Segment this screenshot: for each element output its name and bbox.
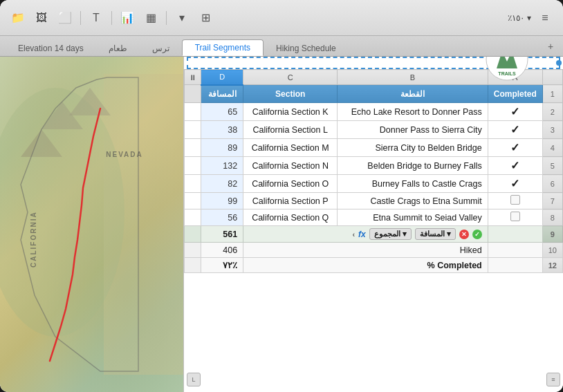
row-2-check[interactable]: ✓ [488, 103, 542, 121]
row-7-check[interactable] [488, 193, 542, 209]
toolbar-dropdown-icon[interactable]: ▾ [172, 8, 192, 28]
formula-text: المسافة [420, 230, 445, 239]
toolbar-add-icon[interactable]: ⊞ [196, 8, 215, 28]
row-8-distance[interactable]: 56 [201, 209, 243, 226]
toolbar-image-icon[interactable]: 🖼 [32, 8, 51, 28]
pct-pause-cell [185, 258, 201, 273]
selection-handle [556, 60, 562, 66]
formula-sum-field[interactable]: ▾ المجموع [369, 228, 412, 240]
table-row[interactable]: 65 California Section K Echo Lake Resort… [185, 103, 563, 121]
row-7-section[interactable]: California Section P [243, 193, 338, 209]
total-pause-cell [185, 226, 201, 243]
row-7-segment[interactable]: Castle Crags to Etna Summit [338, 193, 488, 209]
checkmark-4: ✓ [510, 142, 519, 153]
row-6-distance[interactable]: 82 [201, 175, 243, 193]
row-3-check[interactable]: ✓ [488, 121, 542, 139]
row-3-section[interactable]: California Section L [243, 121, 338, 139]
toolbar-chart-icon[interactable]: 📊 [118, 8, 137, 28]
table-row[interactable]: 56 California Section Q Etna Summit to S… [185, 209, 563, 226]
table-header-row: المسافة Section القطعة Completed 1 [185, 85, 563, 103]
tab-gear[interactable]: ترس [140, 41, 182, 56]
col-header-d[interactable]: D [201, 70, 243, 85]
row-3-num: 3 [542, 121, 562, 139]
row-5-num: 5 [542, 157, 562, 175]
pause-button[interactable]: ⏸ [185, 70, 201, 85]
row-5-segment[interactable]: Belden Bridge to Burney Falls [338, 157, 488, 175]
row-6-check[interactable]: ✓ [488, 175, 542, 193]
row-3-pause [185, 121, 201, 139]
row-8-check[interactable] [488, 209, 542, 226]
row-4-section[interactable]: California Section M [243, 139, 338, 157]
svg-text:CALIFORNIA: CALIFORNIA [30, 211, 37, 268]
pct-value: ٪٧٢ [201, 258, 243, 273]
freeze-left-handle[interactable]: L [187, 373, 201, 386]
row-8-num: 8 [542, 209, 562, 226]
row-3-distance[interactable]: 38 [201, 121, 243, 139]
formula-fx: fx [358, 230, 366, 239]
toolbar-folder-icon[interactable]: 📁 [8, 8, 28, 28]
empty-checkbox-7 [510, 195, 520, 205]
row-4-num: 4 [542, 139, 562, 157]
spreadsheet-area: TRAILS ⏸ D C B A [183, 57, 563, 392]
table-row[interactable]: 38 California Section L Donner Pass to S… [185, 121, 563, 139]
formula-arrow-icon: › [352, 230, 355, 239]
formula-accept-btn[interactable]: ✓ [472, 230, 482, 239]
checkmark-3: ✓ [510, 124, 519, 136]
row-5-distance[interactable]: 132 [201, 157, 243, 175]
tab-elevation[interactable]: Elevation 14 days [6, 41, 96, 56]
zoom-control[interactable]: ٪١٥٠ ▾ [508, 13, 531, 23]
toolbar-table-icon[interactable]: ▦ [141, 8, 160, 28]
pct-empty [488, 258, 542, 273]
sheet-table: ⏸ D C B A المسافة Section القطعة [184, 69, 563, 392]
row-4-segment[interactable]: Sierra City to Belden Bridge [338, 139, 488, 157]
scroll-right-handle[interactable]: ≡ [546, 373, 560, 386]
row-3-segment[interactable]: Donner Pass to Sierra City [338, 121, 488, 139]
checkmark-2: ✓ [510, 106, 519, 118]
table-row[interactable]: 82 California Section O Burney Falls to … [185, 175, 563, 193]
row-4-distance[interactable]: 89 [201, 139, 243, 157]
row-7-distance[interactable]: 99 [201, 193, 243, 209]
row-5-section[interactable]: California Section N [243, 157, 338, 175]
tab-food[interactable]: طعام [96, 41, 140, 56]
row-7-pause [185, 193, 201, 209]
formula-field[interactable]: ▾ المسافة [415, 228, 456, 240]
svg-text:TRAILS: TRAILS [498, 71, 516, 76]
toolbar-separator-2 [111, 11, 112, 25]
col-label-distance: المسافة [201, 85, 243, 103]
toolbar: 📁 🖼 ⬜ T 📊 ▦ ▾ ⊞ ٪١٥٠ ▾ ≡ [0, 0, 563, 36]
tab-hiking-schedule[interactable]: Hiking Schedule [264, 41, 349, 56]
svg-text:NEVADA: NEVADA [106, 151, 142, 158]
tab-trail-segments[interactable]: Trail Segments [182, 39, 264, 56]
col-header-b[interactable]: B [338, 70, 488, 85]
checkmark-5: ✓ [510, 160, 519, 171]
table-row[interactable]: 132 California Section N Belden Bridge t… [185, 157, 563, 175]
main-content: NEVADA CALIFORNIA TRAILS [0, 57, 563, 392]
col-header-c[interactable]: C [243, 70, 338, 85]
toolbar-shape-icon[interactable]: ⬜ [55, 8, 75, 28]
formula-reject-btn[interactable]: ✕ [459, 230, 469, 239]
row-8-segment[interactable]: Etna Summit to Seiad Valley [338, 209, 488, 226]
row-2-segment[interactable]: Echo Lake Resort to Donner Pass [338, 103, 488, 121]
formula-sum-text: المجموع [374, 230, 400, 239]
row-2-distance[interactable]: 65 [201, 103, 243, 121]
col-label-segment: القطعة [338, 85, 488, 103]
total-label-cell: ✓ ✕ ▾ المسافة ▾ المجموع [243, 226, 488, 243]
add-tab-button[interactable]: + [544, 39, 557, 53]
table-row[interactable]: 99 California Section P Castle Crags to … [185, 193, 563, 209]
row-2-section[interactable]: California Section K [243, 103, 338, 121]
table-row[interactable]: 89 California Section M Sierra City to B… [185, 139, 563, 157]
toolbar-text-icon[interactable]: T [86, 8, 106, 28]
row-8-section[interactable]: California Section Q [243, 209, 338, 226]
pct-label: Completed % [243, 258, 488, 273]
row-5-check[interactable]: ✓ [488, 157, 542, 175]
row-6-section[interactable]: California Section O [243, 175, 338, 193]
col-label-completed: Completed [488, 85, 542, 103]
app-window: 📁 🖼 ⬜ T 📊 ▦ ▾ ⊞ ٪١٥٠ ▾ ≡ Elevation 14 da… [0, 0, 563, 392]
hiked-empty [488, 243, 542, 258]
row-4-check[interactable]: ✓ [488, 139, 542, 157]
row-6-segment[interactable]: Burney Falls to Castle Crags [338, 175, 488, 193]
hiked-row: 406 Hiked 10 [185, 243, 563, 258]
toolbar-view-icon[interactable]: ≡ [535, 8, 555, 28]
zoom-label: ٪١٥٠ [508, 13, 524, 23]
empty-checkbox-8 [510, 212, 520, 221]
